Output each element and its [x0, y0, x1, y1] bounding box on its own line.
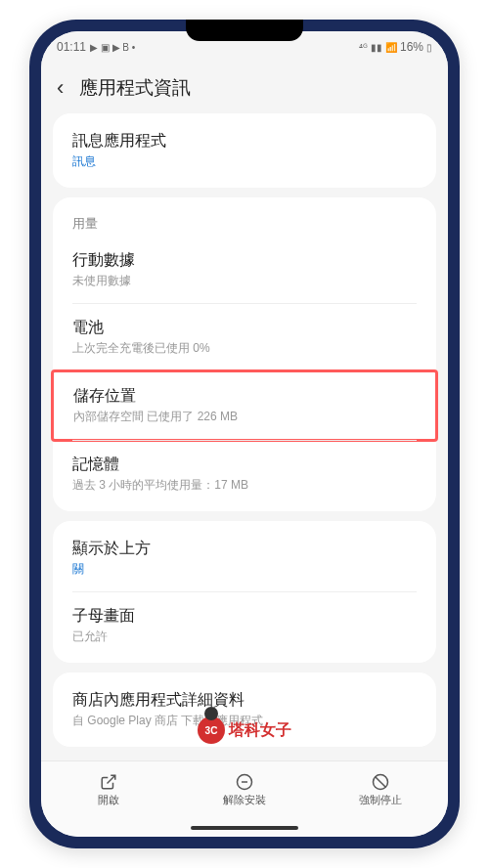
pip-item[interactable]: 子母畫面 已允許 [53, 592, 436, 659]
memory-title: 記憶體 [72, 455, 417, 475]
overlay-title: 顯示於上方 [72, 539, 417, 559]
pip-title: 子母畫面 [72, 606, 417, 627]
wifi-icon: 📶 [385, 42, 397, 53]
phone-frame: 01:11 ▶ ▣ ▶ B • ⁴ᴳ ▮▮ 📶 16% ▯ ‹ 應用程式資訊 訊… [29, 20, 460, 848]
uninstall-button[interactable]: 解除安裝 [177, 773, 313, 807]
battery-title: 電池 [72, 318, 417, 338]
battery-percent: 16% [400, 40, 423, 54]
storage-title: 儲存位置 [73, 386, 416, 407]
storage-sub: 內部儲存空間 已使用了 226 MB [73, 409, 416, 425]
overlay-item[interactable]: 顯示於上方 關 [53, 525, 436, 591]
battery-item[interactable]: 電池 上次完全充電後已使用 0% [53, 304, 436, 370]
storage-item[interactable]: 儲存位置 內部儲存空間 已使用了 226 MB [51, 369, 438, 442]
battery-icon: ▯ [426, 42, 432, 53]
minus-circle-icon [236, 773, 253, 791]
open-button[interactable]: 開啟 [41, 773, 177, 807]
status-app-icons: ▶ ▣ ▶ B • [90, 42, 135, 53]
header: ‹ 應用程式資訊 [41, 63, 448, 113]
uninstall-label: 解除安裝 [223, 793, 266, 807]
memory-sub: 過去 3 小時的平均使用量：17 MB [72, 477, 417, 494]
battery-sub: 上次完全充電後已使用 0% [72, 340, 417, 357]
phone-screen: 01:11 ▶ ▣ ▶ B • ⁴ᴳ ▮▮ 📶 16% ▯ ‹ 應用程式資訊 訊… [41, 31, 448, 837]
default-app-title: 訊息應用程式 [72, 131, 417, 152]
open-icon [100, 773, 117, 791]
slash-circle-icon [372, 773, 389, 791]
mobile-data-item[interactable]: 行動數據 未使用數據 [53, 237, 436, 303]
page-title: 應用程式資訊 [79, 75, 191, 101]
signal-icon: ⁴ᴳ ▮▮ [359, 42, 382, 53]
svg-line-4 [375, 777, 385, 788]
store-title: 商店內應用程式詳細資料 [72, 690, 417, 711]
watermark-avatar-icon: 3C [198, 716, 225, 744]
back-icon[interactable]: ‹ [57, 75, 64, 101]
mobile-data-sub: 未使用數據 [72, 273, 417, 289]
overlay-sub: 關 [72, 561, 417, 578]
watermark-text: 塔科女子 [229, 720, 291, 741]
force-stop-button[interactable]: 強制停止 [312, 773, 448, 807]
default-app-item[interactable]: 訊息應用程式 訊息 [53, 117, 436, 184]
memory-item[interactable]: 記憶體 過去 3 小時的平均使用量：17 MB [53, 441, 436, 507]
status-time: 01:11 [57, 40, 86, 54]
svg-line-0 [108, 775, 115, 783]
default-app-sub: 訊息 [72, 153, 417, 170]
nav-indicator[interactable] [191, 826, 298, 830]
nav-bar [41, 819, 448, 837]
force-stop-label: 強制停止 [359, 793, 402, 807]
mobile-data-title: 行動數據 [72, 250, 417, 271]
usage-section-header: 用量 [53, 201, 436, 237]
open-label: 開啟 [98, 793, 119, 807]
pip-sub: 已允許 [72, 629, 417, 645]
notch [186, 20, 303, 41]
bottom-action-bar: 開啟 解除安裝 強制停止 [41, 760, 448, 819]
content-scroll[interactable]: 訊息應用程式 訊息 用量 行動數據 未使用數據 電池 上次完全充電後已使用 0%… [41, 113, 448, 760]
watermark: 3C 塔科女子 [198, 716, 291, 744]
